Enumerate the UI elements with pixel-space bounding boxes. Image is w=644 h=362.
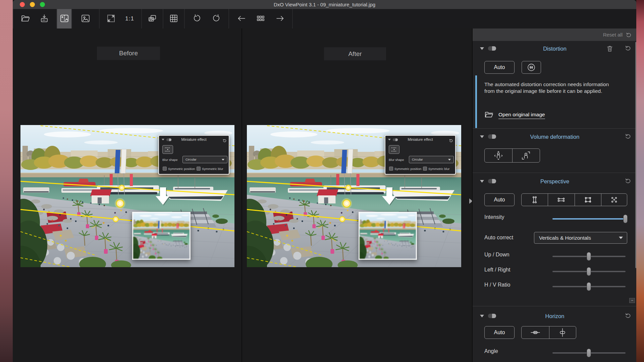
image-icon: [81, 14, 90, 24]
desktop-wallpaper-left: [0, 0, 13, 362]
window-title: DxO ViewPoint 3.1 - 09_miniature_tutoria…: [13, 0, 636, 9]
symmetric-blur-checkbox[interactable]: [197, 167, 201, 171]
open-original-image-link[interactable]: Open original image: [498, 112, 545, 119]
collapse-panel-box[interactable]: −: [629, 298, 635, 303]
volume-deformation-title: Volume deformation: [473, 132, 636, 142]
undo-icon[interactable]: [449, 138, 453, 144]
toolbar-group-zoom: 1:1: [100, 9, 141, 28]
chevron-down-icon: [222, 159, 224, 161]
undo-icon[interactable]: [625, 133, 631, 140]
rotate-right-button[interactable]: [209, 11, 223, 26]
blur-band-button[interactable]: [389, 145, 399, 154]
intensity-label: Intensity: [484, 214, 504, 220]
angle-label: Angle: [484, 348, 498, 354]
distortion-auto-button[interactable]: Auto: [484, 61, 515, 74]
left-right-slider[interactable]: [552, 267, 626, 276]
volume-diagonal-button[interactable]: [512, 149, 540, 162]
left-right-label: Left / Right: [484, 267, 510, 273]
toolbar-group-rotate: [185, 9, 228, 28]
symmetric-position-label: Symmetric position: [394, 167, 421, 171]
volume-hv-button[interactable]: [485, 149, 512, 162]
chevron-down-icon: [619, 237, 623, 239]
blur-shape-value: Circular: [185, 158, 197, 161]
force-vertical-parallels-button[interactable]: [522, 194, 548, 206]
slider-handle[interactable]: [587, 282, 591, 291]
toolbar-spacer: [293, 9, 636, 28]
symmetric-blur-label: Symmetric blur: [202, 167, 223, 171]
rectangle-corners-icon: [584, 195, 592, 204]
titlebar[interactable]: DxO ViewPoint 3.1 - 09_miniature_tutoria…: [13, 0, 636, 9]
next-image-button[interactable]: [273, 11, 287, 26]
miniature-effect-dialog: Miniature effect Blur shape Circular Sym…: [385, 135, 456, 175]
horizon-level-button[interactable]: [522, 326, 549, 339]
undo-icon[interactable]: [625, 45, 631, 52]
open-original-row[interactable]: Open original image: [484, 111, 545, 120]
horizon-tools: [521, 326, 576, 339]
panel-divider: [473, 128, 636, 129]
export-icon: [40, 14, 49, 24]
blur-shape-dropdown[interactable]: Circular: [182, 156, 227, 163]
slider-handle[interactable]: [587, 349, 591, 357]
vertical-level-button[interactable]: [549, 326, 576, 339]
open-file-button[interactable]: [18, 11, 33, 26]
rotate-left-button[interactable]: [190, 11, 204, 26]
hv-ratio-label: H / V Ratio: [484, 282, 510, 288]
before-after-view-button[interactable]: [57, 11, 71, 26]
intensity-slider[interactable]: [552, 215, 626, 223]
eight-point-button[interactable]: [601, 194, 627, 206]
up-down-slider[interactable]: [552, 252, 626, 260]
undo-icon[interactable]: [625, 178, 631, 185]
symmetric-position-checkbox[interactable]: [389, 167, 393, 171]
fit-screen-icon: [106, 14, 116, 24]
before-photo[interactable]: Miniature effect Blur shape Circular Sym…: [20, 125, 234, 267]
pane-divider: [241, 28, 242, 362]
after-photo[interactable]: Miniature effect Blur shape Circular Sym…: [247, 125, 461, 267]
toolbar: 1:1: [13, 9, 636, 28]
app-window: DxO ViewPoint 3.1 - 09_miniature_tutoria…: [13, 0, 636, 362]
distortion-manual-button[interactable]: [522, 61, 541, 74]
blur-band-button[interactable]: [162, 145, 173, 154]
slider-handle[interactable]: [587, 252, 591, 261]
trash-icon[interactable]: [607, 45, 613, 53]
slider-handle[interactable]: [587, 267, 591, 276]
folder-icon: [484, 111, 494, 120]
previous-image-button[interactable]: [234, 11, 249, 26]
auto-correct-dropdown[interactable]: Verticals & Horizontals: [534, 232, 627, 244]
blur-shape-dropdown[interactable]: Circular: [409, 156, 454, 163]
person-arrows-icon: [493, 150, 503, 161]
panel-divider: [473, 306, 636, 306]
sidebar-scrollbar[interactable]: [635, 42, 636, 268]
grid-overlay-button[interactable]: [167, 11, 181, 26]
thumbnail-browser-button[interactable]: [254, 11, 268, 26]
single-image-view-button[interactable]: [78, 11, 93, 26]
info-accent-strip: [475, 75, 477, 128]
tutorial-down-arrow: [155, 186, 171, 207]
zoom-1to1-button[interactable]: 1:1: [123, 11, 137, 26]
symmetric-blur-checkbox[interactable]: [423, 167, 427, 171]
after-label-chip: After: [324, 47, 386, 60]
distortion-header: Distortion: [473, 44, 636, 54]
horizon-header: Horizon: [473, 311, 636, 321]
auto-correct-label: Auto correct: [484, 235, 513, 241]
miniature-effect-dialog: Miniature effect Blur shape Circular Sym…: [158, 135, 229, 175]
force-rectangle-button[interactable]: [575, 194, 601, 206]
force-horizontal-parallels-button[interactable]: [548, 194, 574, 206]
blur-shape-value: Circular: [412, 158, 423, 161]
reset-all-undo-icon[interactable]: [626, 32, 632, 38]
zoom-1to1-label: 1:1: [125, 15, 134, 22]
reset-all-button[interactable]: Reset all: [603, 32, 623, 38]
slider-handle[interactable]: [623, 215, 628, 223]
vertical-lines-icon: [530, 195, 539, 204]
hv-ratio-slider[interactable]: [552, 283, 626, 291]
undo-icon[interactable]: [625, 313, 631, 320]
miniature-preview-inset: [132, 212, 191, 260]
horizon-auto-button[interactable]: Auto: [484, 326, 515, 339]
angle-slider[interactable]: [552, 349, 626, 357]
crop-tool-button[interactable]: [145, 11, 159, 26]
symmetric-position-checkbox[interactable]: [163, 167, 167, 171]
export-button[interactable]: [37, 11, 51, 26]
fit-to-screen-button[interactable]: [104, 11, 118, 26]
chevron-down-icon: [448, 159, 451, 161]
perspective-auto-button[interactable]: Auto: [484, 193, 515, 206]
undo-icon[interactable]: [223, 138, 226, 144]
